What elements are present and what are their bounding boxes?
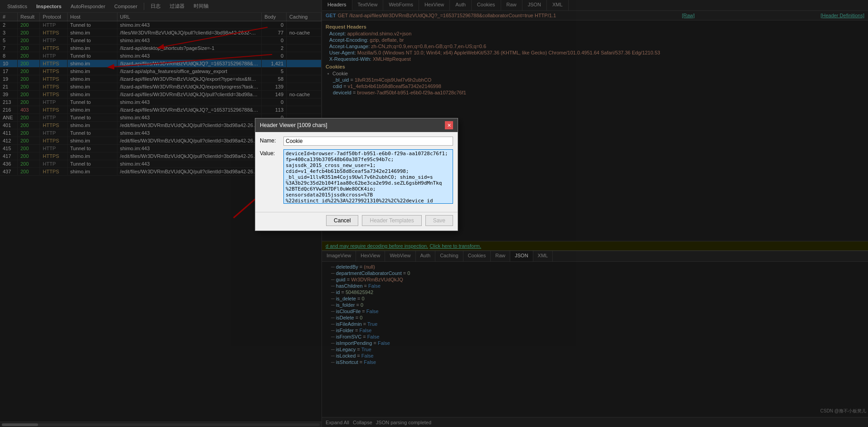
header-viewer-modal: Header Viewer [1009 chars] ✕ Name: Value… bbox=[255, 118, 458, 231]
cancel-btn[interactable]: Cancel bbox=[326, 215, 358, 226]
modal-close-btn[interactable]: ✕ bbox=[445, 121, 453, 129]
modal-body: Name: Value: bbox=[255, 132, 458, 212]
modal-titlebar: Header Viewer [1009 chars] ✕ bbox=[255, 118, 458, 132]
header-templates-btn[interactable]: Header Templates bbox=[362, 215, 421, 226]
name-label: Name: bbox=[260, 137, 283, 144]
modal-footer: Cancel Header Templates Save bbox=[255, 212, 458, 231]
save-btn[interactable]: Save bbox=[425, 215, 453, 226]
value-field: Value: bbox=[260, 149, 453, 204]
value-label: Value: bbox=[260, 149, 283, 157]
modal-title: Header Viewer [1009 chars] bbox=[260, 122, 327, 128]
name-input[interactable] bbox=[283, 137, 453, 146]
value-textarea[interactable] bbox=[283, 149, 453, 204]
name-field: Name: bbox=[260, 137, 453, 146]
modal-overlay: Header Viewer [1009 chars] ✕ Name: Value… bbox=[0, 0, 868, 427]
